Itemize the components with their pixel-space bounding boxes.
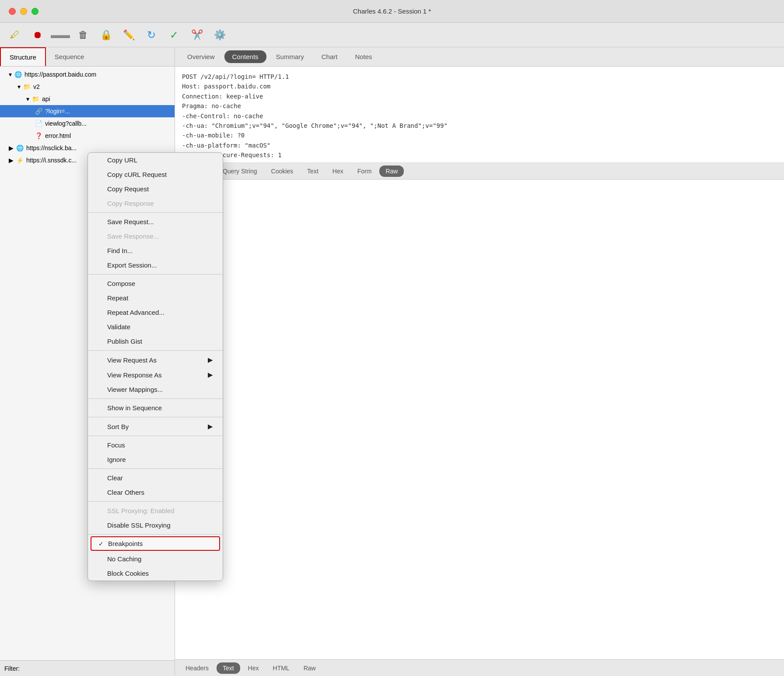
menu-label-disable-ssl-proxying: Disable SSL Proxying — [107, 521, 171, 529]
menu-view-response-as[interactable]: View Response As ▶ — [88, 367, 223, 382]
pen-icon[interactable]: 🖊 — [9, 29, 21, 41]
left-panel: Structure Sequence ▾ 🌐 https://passport.… — [0, 47, 175, 676]
http-line-9: -grade-Insecure-Requests: 1 — [182, 150, 777, 160]
resp-tab-html[interactable]: HTML — [267, 662, 296, 674]
menu-label-copy-request: Copy Request — [107, 185, 149, 193]
menu-label-breakpoints: Breakpoints — [108, 540, 143, 547]
req-tab-text[interactable]: Text — [301, 165, 325, 177]
menu-copy-response: Copy Response — [88, 196, 223, 211]
req-tab-raw[interactable]: Raw — [379, 165, 404, 177]
menu-viewer-mappings[interactable]: Viewer Mappings... — [88, 382, 223, 397]
http-line-4: Pragma: no-cache — [182, 101, 777, 111]
req-tab-form[interactable]: Form — [351, 165, 378, 177]
toolbar: 🖊 ⏺ ▬▬ 🗑 🔒 ✏️ ↻ ✓ ✂️ ⚙️ — [0, 23, 784, 47]
close-button[interactable] — [9, 8, 16, 15]
request-tabs: Headers Query String Cookies Text Hex Fo… — [175, 163, 784, 180]
arrow-icon-view-response: ▶ — [208, 371, 213, 379]
separator-7 — [88, 468, 223, 469]
http-line-5: -che-Control: no-cache — [182, 111, 777, 121]
menu-show-in-sequence[interactable]: Show in Sequence — [88, 401, 223, 415]
tab-notes[interactable]: Notes — [347, 50, 380, 63]
resp-tab-hex[interactable]: Hex — [242, 662, 265, 674]
menu-compose[interactable]: Compose — [88, 276, 223, 291]
http-line-8: -ch-ua-platform: "macOS" — [182, 141, 777, 150]
separator-3 — [88, 350, 223, 351]
check-mark-breakpoints: ✓ — [98, 540, 105, 547]
menu-repeat[interactable]: Repeat — [88, 291, 223, 305]
menu-clear[interactable]: Clear — [88, 471, 223, 485]
http-line-6: -ch-ua: "Chromium";v="94", "Google Chrom… — [182, 121, 777, 130]
menu-find-in[interactable]: Find In... — [88, 243, 223, 258]
titlebar: Charles 4.6.2 - Session 1 * — [0, 0, 784, 23]
pencil2-icon[interactable]: ✏️ — [122, 29, 135, 41]
tab-summary[interactable]: Summary — [268, 50, 312, 63]
resp-tab-raw[interactable]: Raw — [298, 662, 322, 674]
separator-2 — [88, 274, 223, 275]
menu-block-cookies[interactable]: Block Cookies — [88, 566, 223, 581]
menu-copy-curl[interactable]: Copy cURL Request — [88, 167, 223, 182]
check-icon[interactable]: ✓ — [168, 29, 180, 41]
http-line-2: Host: passport.baidu.com — [182, 81, 777, 91]
menu-label-compose: Compose — [107, 280, 135, 287]
menu-repeat-advanced[interactable]: Repeat Advanced... — [88, 305, 223, 320]
menu-ignore[interactable]: Ignore — [88, 452, 223, 467]
menu-label-publish-gist: Publish Gist — [107, 338, 142, 345]
menu-label-repeat-advanced: Repeat Advanced... — [107, 309, 164, 316]
separator-8 — [88, 501, 223, 502]
http-line-1: POST /v2/api/?login= HTTP/1.1 — [182, 72, 777, 81]
menu-label-view-response-as: View Response As — [107, 371, 162, 379]
http-content: POST /v2/api/?login= HTTP/1.1 Host: pass… — [175, 67, 784, 163]
tab-overview[interactable]: Overview — [179, 50, 223, 63]
menu-label-clear: Clear — [107, 474, 123, 482]
http-line-3: Connection: keep-alive — [182, 92, 777, 101]
menu-sort-by[interactable]: Sort By ▶ — [88, 419, 223, 434]
req-tab-cookies[interactable]: Cookies — [265, 165, 300, 177]
arrow-icon-view-request: ▶ — [208, 356, 213, 364]
menu-save-request[interactable]: Save Request... — [88, 215, 223, 229]
menu-validate[interactable]: Validate — [88, 320, 223, 334]
tab-chart[interactable]: Chart — [314, 50, 346, 63]
menu-copy-url[interactable]: Copy URL — [88, 153, 223, 167]
menu-no-caching[interactable]: No Caching — [88, 552, 223, 566]
minimize-button[interactable] — [20, 8, 27, 15]
menu-disable-ssl-proxying[interactable]: Disable SSL Proxying — [88, 518, 223, 532]
refresh-icon[interactable]: ↻ — [145, 29, 158, 41]
window-title: Charles 4.6.2 - Session 1 * — [353, 7, 431, 15]
menu-breakpoints[interactable]: ✓ Breakpoints — [91, 536, 220, 551]
menu-label-viewer-mappings: Viewer Mappings... — [107, 386, 163, 393]
maximize-button[interactable] — [32, 8, 38, 15]
resp-tab-text[interactable]: Text — [217, 662, 240, 674]
menu-publish-gist[interactable]: Publish Gist — [88, 334, 223, 349]
context-menu-overlay: Copy URL Copy cURL Request Copy Request … — [0, 47, 175, 676]
menu-label-find-in: Find In... — [107, 247, 133, 254]
menu-label-export-session: Export Session... — [107, 261, 157, 269]
menu-export-session[interactable]: Export Session... — [88, 258, 223, 272]
menu-label-ssl-proxying-enabled: SSL Proxying: Enabled — [107, 507, 175, 514]
menu-copy-request[interactable]: Copy Request — [88, 182, 223, 196]
menu-label-no-caching: No Caching — [107, 555, 141, 563]
trash-icon[interactable]: 🗑 — [77, 29, 89, 41]
ssl-icon[interactable]: 🔒 — [100, 29, 112, 41]
stop-icon[interactable]: ▬▬ — [54, 29, 66, 41]
menu-label-save-request: Save Request... — [107, 218, 154, 225]
menu-label-copy-url: Copy URL — [107, 156, 137, 164]
window-controls[interactable] — [9, 8, 38, 15]
tools-icon[interactable]: ✂️ — [191, 29, 203, 41]
menu-label-validate: Validate — [107, 323, 130, 331]
menu-ssl-proxying-enabled: SSL Proxying: Enabled — [88, 503, 223, 518]
settings-icon[interactable]: ⚙️ — [214, 29, 226, 41]
menu-focus[interactable]: Focus — [88, 438, 223, 452]
separator-6 — [88, 436, 223, 436]
menu-label-copy-response: Copy Response — [107, 200, 154, 207]
response-tabs: Headers Text Hex HTML Raw — [175, 659, 784, 676]
separator-5 — [88, 417, 223, 417]
record-icon[interactable]: ⏺ — [32, 29, 44, 41]
req-tab-hex[interactable]: Hex — [326, 165, 350, 177]
menu-view-request-as[interactable]: View Request As ▶ — [88, 352, 223, 367]
resp-tab-headers[interactable]: Headers — [179, 662, 215, 674]
req-tab-query-string[interactable]: Query String — [217, 165, 263, 177]
http-line-7: -ch-ua-mobile: ?0 — [182, 130, 777, 140]
separator-1 — [88, 212, 223, 213]
tab-contents[interactable]: Contents — [224, 50, 266, 63]
menu-clear-others[interactable]: Clear Others — [88, 485, 223, 500]
